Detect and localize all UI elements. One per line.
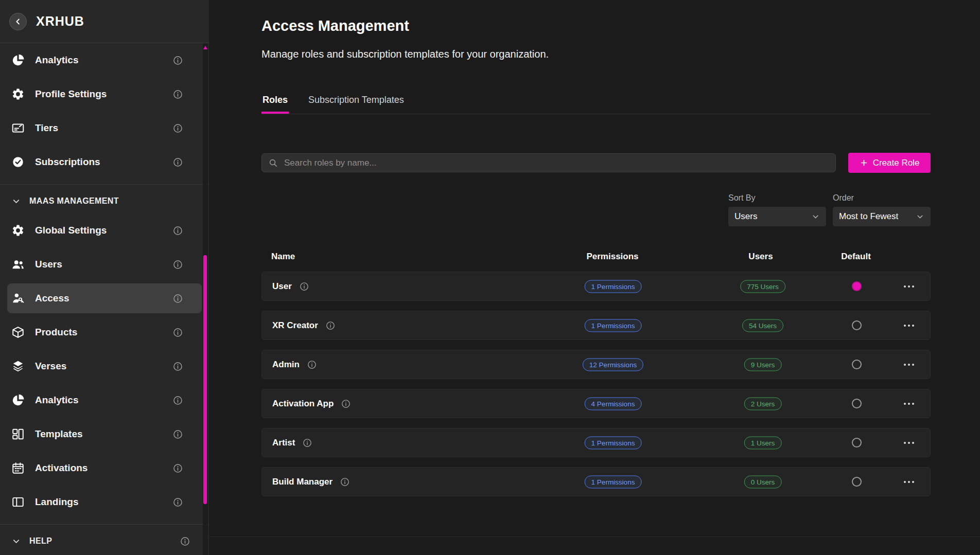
permissions-badge[interactable]: 1 Permissions xyxy=(585,319,642,332)
ellipsis-icon xyxy=(908,325,910,327)
sidebar-item-verses[interactable]: Verses xyxy=(7,351,202,381)
row-menu-button[interactable] xyxy=(900,473,918,491)
default-radio[interactable] xyxy=(849,397,864,411)
info-icon[interactable] xyxy=(325,320,336,331)
sidebar-item-global-settings[interactable]: Global Settings xyxy=(7,216,202,245)
order-select[interactable]: Most to Fewest xyxy=(833,207,931,226)
table-row: Artist1 Permissions1 Users xyxy=(261,428,931,457)
table-row: Admin12 Permissions9 Users xyxy=(261,350,931,379)
role-name: Activation App xyxy=(272,399,334,409)
ellipsis-icon xyxy=(908,403,910,405)
info-icon[interactable] xyxy=(299,281,309,292)
info-icon[interactable] xyxy=(340,477,350,487)
info-icon[interactable] xyxy=(172,157,183,168)
ellipsis-icon xyxy=(908,481,910,483)
sort-by-select[interactable]: Users xyxy=(728,207,826,226)
sidebar-item-analytics[interactable]: Analytics xyxy=(7,385,202,415)
info-icon[interactable] xyxy=(172,429,183,440)
users-badge[interactable]: 9 Users xyxy=(744,358,782,371)
tab-roles[interactable]: Roles xyxy=(261,91,289,114)
info-icon[interactable] xyxy=(302,438,312,448)
default-radio[interactable] xyxy=(849,318,864,333)
info-icon[interactable] xyxy=(172,293,183,304)
info-icon[interactable] xyxy=(172,123,183,134)
info-icon[interactable] xyxy=(172,259,183,270)
plus-icon xyxy=(860,158,868,167)
column-header-name: Name xyxy=(271,252,295,262)
users-badge[interactable]: 0 Users xyxy=(744,475,782,488)
sidebar-item-access[interactable]: Access xyxy=(7,283,202,313)
sidebar-section-help[interactable]: HELP xyxy=(0,531,209,551)
row-menu-button[interactable] xyxy=(900,395,918,413)
users-badge[interactable]: 2 Users xyxy=(744,397,782,410)
sidebar-item-label: Analytics xyxy=(35,55,78,66)
products-icon xyxy=(11,326,25,339)
search-box xyxy=(261,153,836,172)
ellipsis-icon xyxy=(908,364,910,366)
sidebar-item-tiers[interactable]: Tiers xyxy=(7,113,202,143)
create-role-button[interactable]: Create Role xyxy=(848,153,931,173)
sidebar-item-activations[interactable]: Activations xyxy=(7,453,202,483)
tiers-icon xyxy=(11,121,25,135)
default-radio[interactable] xyxy=(849,357,864,372)
permissions-badge[interactable]: 1 Permissions xyxy=(585,280,642,293)
gear-icon xyxy=(11,87,25,101)
back-button[interactable] xyxy=(9,13,27,30)
sidebar-divider xyxy=(0,184,209,185)
sidebar-item-analytics[interactable]: Analytics xyxy=(7,45,202,75)
sidebar-item-subscriptions[interactable]: Subscriptions xyxy=(7,147,202,177)
info-icon[interactable] xyxy=(172,395,183,406)
info-icon[interactable] xyxy=(172,361,183,372)
analytics-icon xyxy=(11,393,25,407)
default-radio[interactable] xyxy=(849,279,864,294)
info-icon[interactable] xyxy=(307,360,317,370)
row-menu-button[interactable] xyxy=(900,434,918,452)
default-radio[interactable] xyxy=(849,436,864,450)
order-label: Order xyxy=(833,193,854,203)
sidebar-top-nav: AnalyticsProfile SettingsTiersSubscripti… xyxy=(0,45,209,177)
permissions-badge[interactable]: 4 Permissions xyxy=(585,397,642,410)
permissions-badge[interactable]: 12 Permissions xyxy=(583,358,643,371)
users-badge[interactable]: 775 Users xyxy=(740,280,785,293)
sidebar-item-users[interactable]: Users xyxy=(7,249,202,279)
sidebar-item-profile-settings[interactable]: Profile Settings xyxy=(7,79,202,109)
sidebar-item-label: Global Settings xyxy=(35,225,107,236)
users-badge[interactable]: 54 Users xyxy=(742,319,783,332)
permissions-badge[interactable]: 1 Permissions xyxy=(585,436,642,449)
sidebar-item-label: Tiers xyxy=(35,122,58,134)
row-menu-button[interactable] xyxy=(900,356,918,373)
info-icon[interactable] xyxy=(172,55,183,66)
info-icon[interactable] xyxy=(180,536,190,547)
sidebar-item-label: Activations xyxy=(35,462,87,474)
templates-icon xyxy=(11,427,25,441)
tab-subscription-templates[interactable]: Subscription Templates xyxy=(307,91,405,114)
default-radio[interactable] xyxy=(849,475,864,489)
info-icon[interactable] xyxy=(172,497,183,508)
radio-unchecked-icon xyxy=(852,399,862,408)
sidebar-item-landings[interactable]: Landings xyxy=(7,487,202,517)
table-row: XR Creator1 Permissions54 Users xyxy=(261,311,931,340)
create-role-label: Create Role xyxy=(873,158,920,168)
sidebar-scrollbar-thumb[interactable] xyxy=(203,255,207,504)
permissions-badge[interactable]: 1 Permissions xyxy=(585,475,642,488)
ellipsis-icon xyxy=(908,442,910,444)
sidebar-item-products[interactable]: Products xyxy=(7,317,202,347)
info-icon[interactable] xyxy=(172,463,183,474)
info-icon[interactable] xyxy=(172,89,183,100)
info-icon[interactable] xyxy=(172,225,183,236)
sort-by-value: Users xyxy=(734,211,757,222)
sidebar-item-templates[interactable]: Templates xyxy=(7,419,202,449)
row-menu-button[interactable] xyxy=(900,317,918,334)
sidebar-scrollbar[interactable] xyxy=(203,43,208,555)
info-icon[interactable] xyxy=(172,327,183,338)
users-badge[interactable]: 1 Users xyxy=(744,436,782,449)
scroll-up-arrow-icon[interactable] xyxy=(203,46,207,49)
column-header-users: Users xyxy=(748,252,773,262)
sidebar-section-maas-management[interactable]: MAAS MANAGEMENT xyxy=(0,191,209,211)
search-input[interactable] xyxy=(283,157,829,169)
role-name-cell: Admin xyxy=(272,350,317,379)
info-icon[interactable] xyxy=(341,399,351,409)
row-menu-button[interactable] xyxy=(900,278,918,295)
sidebar-item-label: Profile Settings xyxy=(35,88,107,100)
verses-icon xyxy=(11,360,25,373)
